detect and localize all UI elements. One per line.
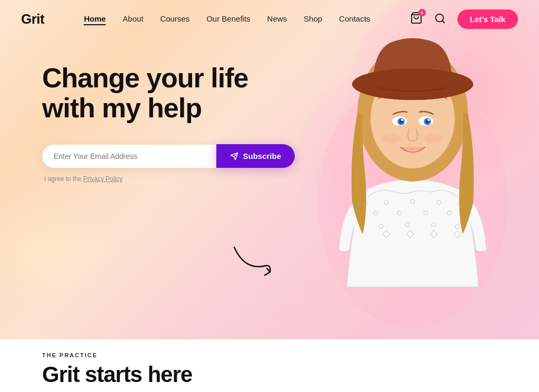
arrow-decoration: [229, 239, 276, 282]
hero-title: Change your life with my help: [42, 63, 295, 123]
hero-content: Change your life with my help Subscribe …: [42, 63, 295, 183]
nav-item-about[interactable]: About: [123, 14, 143, 24]
svg-point-29: [401, 119, 403, 121]
nav-links: Home About Courses Our Benefits News Sho…: [84, 14, 370, 24]
nav-item-home[interactable]: Home: [84, 14, 106, 24]
search-icon: [434, 13, 446, 24]
nav-item-news[interactable]: News: [267, 14, 287, 24]
nav-link-about[interactable]: About: [123, 14, 143, 23]
nav-item-contacts[interactable]: Contacts: [339, 14, 370, 24]
svg-point-31: [382, 133, 401, 144]
nav-right: 0 Let's Talk: [410, 9, 518, 29]
privacy-policy-link[interactable]: Privacy Policy: [83, 175, 123, 183]
subscribe-button[interactable]: Subscribe: [216, 144, 295, 168]
cart-button[interactable]: 0: [410, 12, 423, 26]
svg-point-32: [424, 133, 443, 144]
nav-item-courses[interactable]: Courses: [160, 14, 189, 24]
hero-person-image: [286, 16, 539, 339]
hero-section: Change your life with my help Subscribe …: [0, 0, 539, 339]
practice-heading: Grit starts here: [42, 363, 497, 387]
cart-badge: 0: [418, 9, 426, 16]
person-svg: [300, 24, 526, 339]
svg-point-30: [427, 119, 430, 121]
nav-link-contacts[interactable]: Contacts: [339, 14, 370, 23]
nav-link-courses[interactable]: Courses: [160, 14, 189, 23]
nav-link-news[interactable]: News: [267, 14, 287, 23]
nav-item-shop[interactable]: Shop: [304, 14, 322, 24]
subscribe-form: Subscribe: [42, 144, 295, 168]
practice-label: THE PRACTICE: [42, 352, 497, 358]
email-input[interactable]: [42, 145, 216, 168]
search-button[interactable]: [432, 11, 448, 28]
site-logo: Grit: [21, 11, 44, 27]
nav-link-shop[interactable]: Shop: [304, 14, 322, 23]
svg-point-34: [352, 68, 473, 100]
nav-link-home[interactable]: Home: [84, 14, 106, 25]
privacy-policy-text: I agree to the Privacy Policy: [44, 175, 295, 183]
navbar: Grit Home About Courses Our Benefits New…: [0, 0, 539, 38]
send-icon: [230, 152, 238, 160]
bottom-section: THE PRACTICE Grit starts here: [0, 339, 539, 392]
svg-line-2: [442, 21, 444, 23]
nav-link-benefits[interactable]: Our Benefits: [206, 14, 250, 23]
lets-talk-button[interactable]: Let's Talk: [457, 9, 518, 29]
nav-item-benefits[interactable]: Our Benefits: [206, 14, 250, 24]
